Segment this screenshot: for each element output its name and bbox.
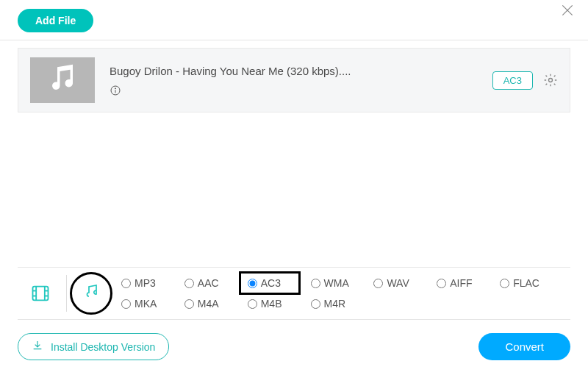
mode-separator [66, 275, 67, 312]
footer: Install Desktop Version Convert [0, 320, 588, 360]
file-format-badge[interactable]: AC3 [492, 71, 533, 90]
format-option-aac[interactable]: AAC [182, 276, 245, 290]
close-icon[interactable] [560, 3, 575, 18]
add-file-button[interactable]: Add File [18, 9, 93, 32]
svg-rect-4 [33, 287, 49, 301]
format-option-ac3[interactable]: AC3 [245, 276, 308, 290]
install-desktop-button[interactable]: Install Desktop Version [18, 333, 169, 360]
format-bar: MP3 AAC AC3 WMA WAV AIFF FLAC MKA M4A M4… [18, 267, 570, 320]
convert-button[interactable]: Convert [478, 333, 570, 360]
svg-point-2 [115, 87, 115, 88]
format-option-m4r[interactable]: M4R [308, 296, 371, 311]
audio-mode-button[interactable] [74, 276, 108, 310]
file-title: Bugoy Drilon - Having You Near Me (320 k… [110, 65, 478, 77]
svg-point-3 [549, 79, 553, 82]
format-option-wma[interactable]: WMA [308, 276, 371, 290]
format-option-mp3[interactable]: MP3 [118, 276, 182, 290]
settings-icon[interactable] [543, 73, 558, 87]
format-option-m4b[interactable]: M4B [245, 296, 308, 311]
download-icon [32, 340, 43, 354]
format-option-aiff[interactable]: AIFF [434, 276, 497, 290]
info-icon[interactable] [110, 85, 121, 96]
music-note-icon [82, 283, 100, 304]
format-option-flac[interactable]: FLAC [497, 276, 560, 290]
format-option-m4a[interactable]: M4A [182, 296, 245, 311]
music-note-icon [47, 63, 78, 97]
video-mode-icon[interactable] [28, 281, 53, 306]
format-option-mka[interactable]: MKA [118, 296, 182, 311]
header-divider [0, 40, 588, 40]
format-options: MP3 AAC AC3 WMA WAV AIFF FLAC MKA M4A M4… [118, 276, 560, 311]
file-thumbnail [30, 57, 95, 103]
empty-space [0, 112, 588, 267]
install-desktop-label: Install Desktop Version [51, 341, 155, 353]
file-item: Bugoy Drilon - Having You Near Me (320 k… [18, 48, 570, 112]
format-option-wav[interactable]: WAV [370, 276, 434, 290]
